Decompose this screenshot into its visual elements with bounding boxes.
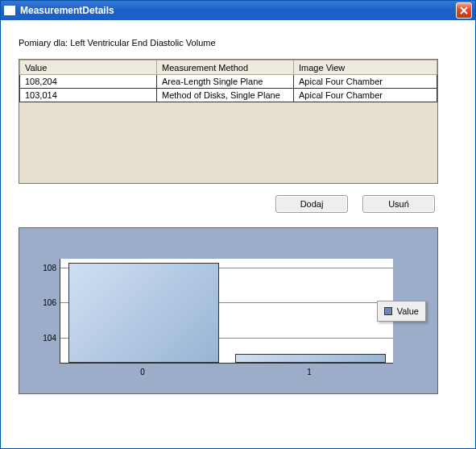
- col-header-value[interactable]: Value: [20, 60, 157, 75]
- app-icon: [4, 6, 15, 15]
- y-tick: 108: [37, 263, 56, 272]
- y-tick: 104: [37, 333, 56, 342]
- window-title: MeasurementDetails: [20, 5, 456, 16]
- titlebar: MeasurementDetails: [1, 1, 475, 20]
- table-row[interactable]: 108,204 Area-Length Single Plane Apical …: [20, 75, 437, 89]
- col-header-method[interactable]: Measurement Method: [157, 60, 294, 75]
- x-tick: 0: [140, 368, 145, 376]
- close-button[interactable]: [456, 2, 472, 19]
- add-button[interactable]: Dodaj: [275, 195, 348, 213]
- y-tick: 106: [37, 298, 56, 307]
- x-tick: 1: [307, 368, 312, 376]
- button-row: Dodaj Usuń: [19, 184, 457, 219]
- cell-method[interactable]: Area-Length Single Plane: [157, 75, 294, 89]
- content-area: Pomiary dla: Left Ventricular End Diasto…: [1, 20, 475, 402]
- plot-area: 104 106 108 0 1: [60, 259, 393, 364]
- col-header-view[interactable]: Image View: [294, 60, 437, 75]
- chart-legend: Value: [377, 301, 426, 322]
- legend-swatch-icon: [384, 307, 392, 315]
- remove-button[interactable]: Usuń: [362, 195, 435, 213]
- legend-label: Value: [397, 306, 419, 316]
- chart-panel: 104 106 108 0 1 Value: [19, 227, 438, 394]
- table-row[interactable]: 103,014 Method of Disks, Single Plane Ap…: [20, 89, 437, 102]
- close-icon: [460, 6, 468, 15]
- bar-1: [235, 354, 386, 363]
- plot-background: [60, 259, 393, 364]
- cell-value[interactable]: 108,204: [20, 75, 157, 89]
- cell-view[interactable]: Apical Four Chamber: [294, 75, 437, 89]
- table-header-row: Value Measurement Method Image View: [20, 60, 437, 75]
- cell-value[interactable]: 103,014: [20, 89, 157, 102]
- bar-0: [68, 263, 219, 363]
- cell-method[interactable]: Method of Disks, Single Plane: [157, 89, 294, 102]
- data-grid[interactable]: Value Measurement Method Image View 108,…: [19, 59, 438, 184]
- prompt-label: Pomiary dla: Left Ventricular End Diasto…: [19, 38, 457, 48]
- cell-view[interactable]: Apical Four Chamber: [294, 89, 437, 102]
